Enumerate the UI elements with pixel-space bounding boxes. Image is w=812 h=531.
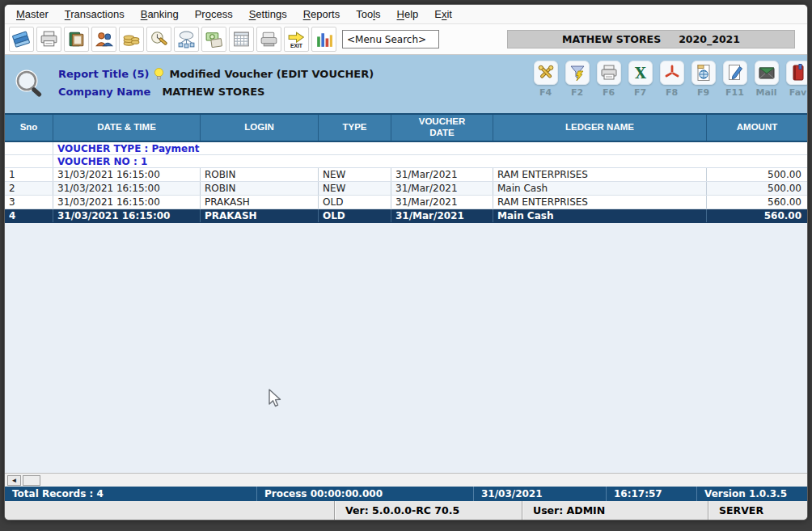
menu-search-input[interactable] bbox=[342, 30, 439, 48]
table-cell: 500.00 bbox=[707, 168, 807, 181]
users-icon[interactable] bbox=[91, 27, 116, 52]
network-icon[interactable] bbox=[174, 27, 199, 52]
excel-icon[interactable]: X bbox=[628, 61, 653, 85]
app-window: MasterTransactionsBankingProcessSettings… bbox=[5, 5, 807, 520]
group-row-spacer bbox=[5, 155, 53, 167]
menu-item-settings[interactable]: Settings bbox=[241, 6, 295, 23]
toolbar: EXIT MATHEW STORES 2020_2021 bbox=[5, 24, 807, 55]
chart-icon[interactable] bbox=[311, 27, 336, 52]
menubar: MasterTransactionsBankingProcessSettings… bbox=[5, 5, 807, 24]
status-time: 16:17:57 bbox=[607, 487, 697, 501]
report-title-label: Report Title (5) bbox=[58, 68, 149, 80]
mail-icon[interactable] bbox=[755, 61, 779, 85]
action-mail[interactable]: Mail bbox=[751, 61, 782, 98]
html-icon[interactable] bbox=[691, 61, 716, 85]
scroll-left-button[interactable]: ◄ bbox=[7, 475, 21, 486]
table-row[interactable]: 231/03/2021 16:15:00ROBINNEW31/Mar/2021M… bbox=[5, 182, 807, 196]
exit-icon[interactable]: EXIT bbox=[284, 27, 309, 52]
action-f6[interactable]: F6 bbox=[593, 61, 624, 98]
scrollbar-thumb[interactable] bbox=[23, 475, 40, 486]
table-cell: 560.00 bbox=[707, 196, 807, 209]
bulb-icon bbox=[154, 67, 164, 81]
menu-item-transactions[interactable]: Transactions bbox=[57, 6, 133, 23]
action-f2[interactable]: F2 bbox=[561, 61, 593, 98]
tools-icon[interactable] bbox=[534, 61, 558, 85]
status-date: 31/03/2021 bbox=[474, 487, 607, 501]
action-f9[interactable]: F9 bbox=[687, 61, 719, 98]
action-f11[interactable]: F11 bbox=[719, 61, 751, 98]
column-header: LOGIN bbox=[201, 115, 319, 141]
footer-empty bbox=[5, 501, 335, 520]
edit-icon[interactable] bbox=[723, 61, 747, 85]
menu-item-process[interactable]: Process bbox=[187, 6, 241, 23]
menu-item-reports[interactable]: Reports bbox=[295, 6, 349, 23]
printer-icon[interactable] bbox=[597, 61, 621, 85]
company-bar-name: MATHEW STORES bbox=[562, 33, 661, 45]
table-cell: OLD bbox=[319, 209, 391, 222]
cash-icon[interactable] bbox=[201, 27, 226, 52]
table-cell: 560.00 bbox=[707, 209, 807, 222]
column-header: TYPE bbox=[319, 115, 391, 141]
table-cell: RAM ENTERPRISES bbox=[493, 168, 707, 181]
calendar-icon[interactable] bbox=[229, 27, 254, 52]
menu-item-help[interactable]: Help bbox=[389, 6, 427, 23]
pdf-icon[interactable] bbox=[660, 61, 684, 85]
table-cell: ROBIN bbox=[201, 182, 319, 195]
action-f8[interactable]: F8 bbox=[656, 61, 687, 98]
table-row[interactable]: 131/03/2021 16:15:00ROBINNEW31/Mar/2021R… bbox=[5, 168, 807, 182]
books-icon[interactable] bbox=[9, 27, 34, 52]
action-key-label: F6 bbox=[603, 87, 615, 98]
group-row: VOUCHER NO : 1 bbox=[5, 155, 807, 168]
server-mode: SERVER bbox=[708, 501, 807, 520]
printer-icon[interactable] bbox=[36, 27, 61, 52]
action-fav[interactable]: Fav bbox=[782, 61, 807, 98]
filter-icon[interactable] bbox=[565, 61, 590, 85]
menu-item-tools[interactable]: Tools bbox=[348, 6, 388, 23]
action-f4[interactable]: F4 bbox=[530, 61, 561, 98]
horizontal-scrollbar[interactable]: ◄ bbox=[5, 473, 807, 487]
group-row-spacer bbox=[5, 142, 53, 154]
table-cell: 2 bbox=[5, 182, 53, 195]
action-key-label: F4 bbox=[539, 87, 552, 98]
grid-body: VOUCHER TYPE : PaymentVOUCHER NO : 1131/… bbox=[5, 142, 807, 473]
table-cell: 31/03/2021 16:15:00 bbox=[53, 168, 201, 181]
table-row[interactable]: 331/03/2021 16:15:00PRAKASHOLD31/Mar/202… bbox=[5, 196, 807, 209]
table-cell: 500.00 bbox=[707, 182, 807, 195]
table-row[interactable]: 431/03/2021 16:15:00PRAKASHOLD31/Mar/202… bbox=[5, 209, 807, 223]
register-icon[interactable] bbox=[256, 27, 281, 52]
company-bar: MATHEW STORES 2020_2021 bbox=[507, 30, 795, 48]
table-cell: 31/Mar/2021 bbox=[391, 209, 493, 222]
table-cell: NEW bbox=[319, 168, 391, 181]
group-row-label: VOUCHER TYPE : Payment bbox=[53, 142, 199, 154]
clock-icon[interactable] bbox=[146, 27, 171, 52]
action-f7[interactable]: XF7 bbox=[624, 61, 656, 98]
action-key-label: F11 bbox=[725, 87, 744, 98]
table-cell: 31/03/2021 16:15:00 bbox=[53, 196, 201, 209]
action-key-label: Mail bbox=[756, 87, 777, 98]
footer-bar: Ver: 5.0.0.0-RC 70.5 User: ADMIN SERVER bbox=[5, 501, 807, 520]
menu-item-banking[interactable]: Banking bbox=[133, 6, 187, 23]
status-bar: Total Records : 4 Process 00:00:00.000 3… bbox=[5, 487, 807, 501]
column-header: VOUCHER DATE bbox=[391, 115, 493, 141]
menu-item-exit[interactable]: Exit bbox=[426, 6, 460, 23]
toolbar-icons: EXIT bbox=[9, 27, 336, 52]
table-cell: 3 bbox=[5, 196, 53, 209]
company-name-value: MATHEW STORES bbox=[162, 86, 264, 98]
table-cell: 31/Mar/2021 bbox=[391, 182, 493, 195]
table-cell: OLD bbox=[319, 196, 391, 209]
company-name-label: Company Name bbox=[58, 86, 150, 98]
menu-item-master[interactable]: Master bbox=[8, 6, 57, 23]
status-version: Version 1.0.3.5 bbox=[697, 487, 807, 501]
action-key-label: F7 bbox=[634, 87, 646, 98]
table-cell: Main Cash bbox=[493, 209, 707, 222]
grid-header: SnoDATE & TIMELOGINTYPEVOUCHER DATELEDGE… bbox=[5, 113, 807, 142]
table-cell: NEW bbox=[319, 182, 391, 195]
ledger-icon[interactable] bbox=[64, 27, 89, 52]
table-cell: PRAKASH bbox=[201, 196, 319, 209]
group-row-label: VOUCHER NO : 1 bbox=[53, 155, 147, 167]
favorite-icon[interactable] bbox=[786, 61, 808, 85]
svg-text:X: X bbox=[635, 65, 646, 82]
table-cell: 1 bbox=[5, 168, 53, 181]
search-icon[interactable] bbox=[13, 67, 47, 104]
coins-icon[interactable] bbox=[119, 27, 144, 52]
